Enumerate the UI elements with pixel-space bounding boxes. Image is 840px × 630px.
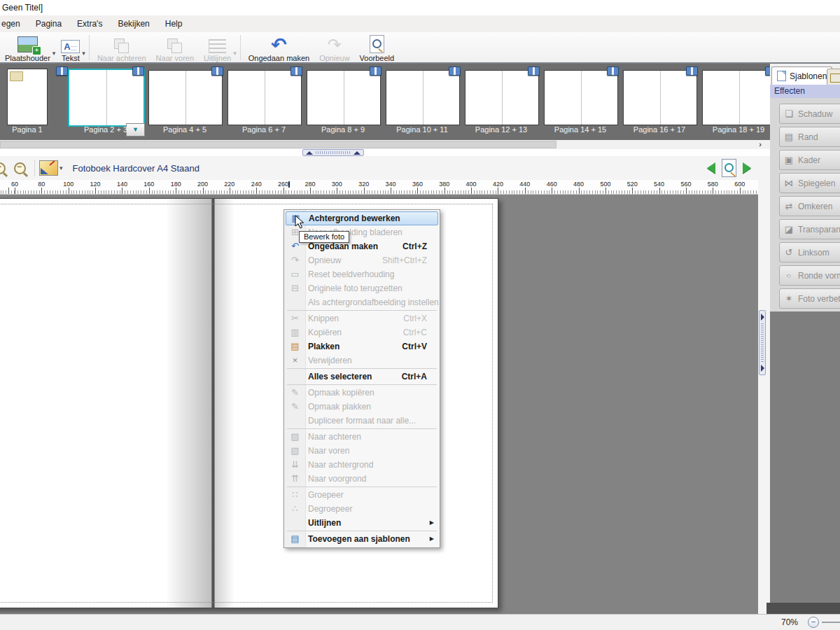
preview-button[interactable]: Voorbeeld xyxy=(355,34,400,63)
effect-button-foto-verbeteren[interactable]: ✶Foto verbeteren xyxy=(779,288,840,309)
context-menu-item-achtergrond-bewerken[interactable]: ▦Achtergrond bewerken xyxy=(286,211,438,225)
send-backward-button[interactable]: Naar achteren xyxy=(92,34,151,63)
spread-thumbnail[interactable] xyxy=(68,69,145,127)
effect-button-schaduw[interactable]: ❏Schaduw xyxy=(779,104,840,124)
redo-icon: ↷ xyxy=(328,36,342,53)
zoom-slider[interactable] xyxy=(822,622,840,623)
context-menu-item-naar-voren[interactable]: ▧Naar voren xyxy=(286,444,438,458)
spread-thumbnail[interactable] xyxy=(623,70,697,125)
placeholder-button[interactable]: + Plaatshouder xyxy=(0,34,55,63)
tab-photos[interactable] xyxy=(827,69,840,86)
menu-item-egen[interactable]: egen xyxy=(0,15,28,32)
previous-page-arrow-icon[interactable] xyxy=(707,162,715,174)
effect-button-omkeren[interactable]: ⇄Omkeren xyxy=(779,196,840,216)
scrollbar-thumb[interactable] xyxy=(0,141,556,148)
page-thumb-pagina-10-11[interactable]: Pagina 10 + 11 xyxy=(381,64,463,140)
effect-button-kader[interactable]: ▣Kader xyxy=(779,150,840,170)
menu-separator xyxy=(287,310,437,311)
text-button[interactable]: A Tekst xyxy=(56,34,85,63)
context-menu-item-opnieuw[interactable]: ↷OpnieuwShift+Ctrl+Z xyxy=(286,253,438,267)
context-menu-item-naar-achteren[interactable]: ▨Naar achteren xyxy=(286,430,438,444)
spread-thumbnail[interactable] xyxy=(307,70,381,125)
strip-collapse-handle[interactable] xyxy=(302,149,364,156)
context-menu-item-plakken[interactable]: ▤PlakkenCtrl+V xyxy=(286,340,438,354)
context-menu-item-knippen[interactable]: ✂KnippenCtrl+X xyxy=(286,312,438,326)
submenu-arrow-icon: ▶ xyxy=(430,536,434,542)
menu-item-label: Groepeer xyxy=(304,490,344,500)
page-thumb-pagina-12-13[interactable]: Pagina 12 + 13 xyxy=(460,64,542,140)
zoom-minus-button[interactable]: − xyxy=(808,617,819,628)
align-button[interactable]: Uitlijnen xyxy=(199,34,236,63)
effect-button-spiegelen[interactable]: ⋈Spiegelen xyxy=(779,173,840,193)
page-thumb-pagina-4-5[interactable]: Pagina 4 + 5 xyxy=(144,64,226,140)
context-menu-item-groepeer[interactable]: ∷Groepeer xyxy=(286,488,438,502)
ruler-tick-label: 440 xyxy=(519,181,530,188)
spread-thumbnail[interactable] xyxy=(148,70,223,125)
menu-item-label: Knippen xyxy=(304,314,339,323)
context-menu-item-reset-beeldverhouding[interactable]: ▭Reset beeldverhouding xyxy=(286,267,438,281)
spread-thumbnail[interactable] xyxy=(465,70,539,125)
bring-forward-button[interactable]: Naar voren xyxy=(151,34,199,63)
context-menu-item-alles-selecteren[interactable]: Alles selecterenCtrl+A xyxy=(286,370,438,384)
effect-label: Ronde vormen xyxy=(798,271,840,281)
effect-button-transparant[interactable]: ◪Transparant xyxy=(779,219,840,239)
page-thumb-pagina-6-7[interactable]: Pagina 6 + 7 xyxy=(223,64,305,140)
page-preview-icon[interactable] xyxy=(722,159,736,177)
spread-thumbnail[interactable] xyxy=(227,70,302,125)
spread-thumbnail[interactable] xyxy=(386,70,460,125)
context-menu-item-toevoegen-aan-sjablonen[interactable]: ▤Toevoegen aan sjablonen▶ xyxy=(286,532,438,546)
zoom-out-icon[interactable] xyxy=(14,162,26,174)
context-menu-item-verwijderen[interactable]: ×Verwijderen xyxy=(286,354,438,368)
menu-item-pagina[interactable]: Pagina xyxy=(28,15,69,32)
page-thumb-pagina-2-3[interactable]: ▼Pagina 2 + 3 xyxy=(64,64,147,140)
tab-sjablonen[interactable]: Sjablonen xyxy=(771,66,832,85)
ruler-tick-label: 520 xyxy=(627,181,638,188)
undo-icon: ↶ xyxy=(271,36,287,53)
menu-item-bekijken[interactable]: Bekijken xyxy=(110,15,157,32)
align-dropdown-caret[interactable]: ▾ xyxy=(233,50,237,57)
border-icon: ▤ xyxy=(780,132,798,142)
placeholder-dropdown-caret[interactable]: ▾ xyxy=(52,50,56,57)
text-dropdown-caret[interactable]: ▾ xyxy=(82,50,85,57)
menu-item-extra-s[interactable]: Extra's xyxy=(69,15,110,32)
page-thumb-label: Pagina 4 + 5 xyxy=(144,125,226,134)
rotate-left-icon: ↺ xyxy=(780,247,798,258)
book-icon xyxy=(211,66,223,76)
frame-icon: ▣ xyxy=(780,155,798,165)
context-menu-item-als-achtergrondafbeelding-instellen[interactable]: Als achtergrondafbeelding instellen xyxy=(286,295,438,309)
page-thumb-pagina-8-9[interactable]: Pagina 8 + 9 xyxy=(302,64,384,140)
context-menu-item-opmaak-plakken[interactable]: ✎Opmaak plakken xyxy=(286,400,438,414)
background-style-icon[interactable] xyxy=(39,160,58,176)
context-menu-item-originele-foto-terugzetten[interactable]: ⊟Originele foto terugzetten xyxy=(286,281,438,295)
context-menu-item-degroepeer[interactable]: ∴Degroepeer xyxy=(286,502,438,516)
menu-item-label: Naar voren xyxy=(304,446,349,456)
page-thumb-pagina-16-17[interactable]: Pagina 16 + 17 xyxy=(618,64,701,140)
spread-thumbnail[interactable] xyxy=(544,70,618,125)
undo-button[interactable]: ↶ Ongedaan maken xyxy=(244,34,314,63)
menu-item-help[interactable]: Help xyxy=(158,15,190,32)
panel-collapse-handle[interactable] xyxy=(759,310,766,375)
next-page-arrow-icon[interactable] xyxy=(743,162,751,174)
spread-thumbnail[interactable] xyxy=(702,70,770,125)
effect-button-rand[interactable]: ▤Rand xyxy=(779,127,840,147)
effect-button-ronde-vormen[interactable]: ○Ronde vormen xyxy=(779,265,840,286)
context-menu-item-naar-voorgrond[interactable]: ⇈Naar voorgrond xyxy=(286,472,438,486)
effect-label: Rand xyxy=(798,132,818,142)
scroll-right-arrow[interactable]: › xyxy=(759,140,762,149)
context-menu-item-kopi-ren[interactable]: ▥KopiërenCtrl+C xyxy=(286,326,438,340)
context-menu-item-uitlijnen[interactable]: Uitlijnen▶ xyxy=(286,516,438,530)
page-thumb-pagina-14-15[interactable]: Pagina 14 + 15 xyxy=(539,64,622,140)
page-thumb-pagina-18-19[interactable]: Pagina 18 + 19 xyxy=(697,64,770,140)
effect-button-linksom[interactable]: ↺Linksom xyxy=(779,242,840,262)
page-thumbnail[interactable] xyxy=(7,69,48,125)
context-menu-item-opmaak-kopi-ren[interactable]: ✎Opmaak kopiëren xyxy=(286,386,438,400)
context-menu-item-naar-achtergrond[interactable]: ⇊Naar achtergrond xyxy=(286,458,438,472)
ruler-tick-label: 60 xyxy=(11,181,18,188)
page-thumb-pagina-1[interactable]: Pagina 1 xyxy=(0,64,55,140)
redo-button[interactable]: ↷ Opnieuw xyxy=(314,34,354,63)
style-dropdown-caret[interactable]: ▾ xyxy=(59,164,63,172)
zoom-in-icon[interactable] xyxy=(0,162,6,174)
context-menu-item-dupliceer-formaat-naar-alle[interactable]: Dupliceer formaat naar alle... xyxy=(286,414,438,428)
group-icon: ∷ xyxy=(286,489,304,501)
book-icon xyxy=(607,66,619,76)
